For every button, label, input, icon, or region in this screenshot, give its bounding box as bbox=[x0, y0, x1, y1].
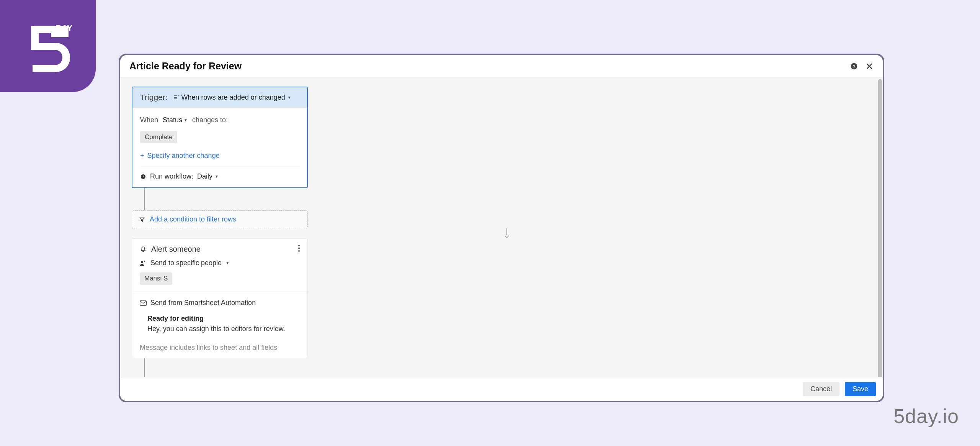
specify-change-link[interactable]: + Specify another change bbox=[140, 152, 299, 160]
workflow-modal: Article Ready for Review ? Trigger: When… bbox=[119, 54, 884, 402]
message-note: Message includes links to sheet and all … bbox=[132, 340, 307, 358]
people-icon bbox=[140, 260, 147, 266]
send-to-label: Send to specific people bbox=[150, 259, 222, 267]
workflow-flow: Trigger: When rows are added or changed … bbox=[120, 77, 883, 377]
message-preview[interactable]: Ready for editing Hey, you can assign th… bbox=[140, 315, 300, 333]
chevron-down-icon: ▼ bbox=[215, 174, 219, 179]
rows-icon bbox=[173, 94, 179, 100]
action-card[interactable]: Alert someone Send to specific people ▼ … bbox=[132, 238, 308, 358]
when-row: When Status ▼ changes to: bbox=[140, 115, 299, 126]
help-icon[interactable]: ? bbox=[850, 62, 858, 71]
connector-arrow bbox=[142, 228, 871, 238]
svg-point-9 bbox=[141, 261, 143, 263]
recipient-pill[interactable]: Mansi S bbox=[140, 272, 172, 285]
trigger-type-label: When rows are added or changed bbox=[181, 93, 285, 102]
trigger-value-pill[interactable]: Complete bbox=[140, 131, 177, 143]
modal-title[interactable]: Article Ready for Review bbox=[129, 61, 242, 72]
svg-point-7 bbox=[298, 248, 300, 249]
filter-icon bbox=[139, 216, 145, 223]
send-to-dropdown[interactable]: Send to specific people ▼ bbox=[140, 259, 300, 267]
when-field-dropdown[interactable]: Status ▼ bbox=[162, 115, 188, 126]
mail-icon bbox=[140, 300, 147, 306]
svg-text:?: ? bbox=[853, 64, 855, 69]
action-title: Alert someone bbox=[151, 245, 201, 254]
plus-icon: + bbox=[140, 152, 144, 160]
changes-to-label: changes to: bbox=[192, 116, 228, 124]
when-label: When bbox=[140, 116, 158, 124]
close-icon[interactable] bbox=[865, 62, 874, 71]
frequency-value: Daily bbox=[197, 172, 212, 180]
svg-point-6 bbox=[298, 245, 300, 246]
chevron-down-icon: ▼ bbox=[184, 118, 188, 122]
bell-icon bbox=[140, 246, 147, 253]
chevron-down-icon: ▼ bbox=[287, 95, 291, 100]
run-workflow-label: Run workflow: bbox=[150, 172, 193, 180]
svg-point-8 bbox=[298, 250, 300, 252]
modal-header: Article Ready for Review ? bbox=[120, 55, 883, 77]
connector-line bbox=[144, 188, 145, 210]
send-from-label: Send from Smartsheet Automation bbox=[150, 299, 256, 307]
cancel-button[interactable]: Cancel bbox=[803, 382, 840, 396]
filter-card[interactable]: Add a condition to filter rows bbox=[132, 210, 308, 228]
frequency-dropdown[interactable]: Daily ▼ bbox=[197, 172, 219, 180]
specify-change-label: Specify another change bbox=[147, 152, 220, 160]
connector-line bbox=[144, 358, 145, 377]
scrollbar-vertical[interactable] bbox=[878, 79, 882, 377]
svg-point-4 bbox=[178, 95, 179, 97]
modal-footer: Cancel Save bbox=[120, 377, 883, 401]
svg-rect-1 bbox=[51, 33, 69, 37]
add-condition-link[interactable]: Add a condition to filter rows bbox=[150, 215, 236, 223]
logo-badge: DAY bbox=[0, 0, 96, 92]
clock-icon bbox=[140, 174, 146, 180]
trigger-type-dropdown[interactable]: When rows are added or changed ▼ bbox=[173, 93, 291, 102]
more-vertical-icon[interactable] bbox=[298, 245, 300, 254]
send-from-row[interactable]: Send from Smartsheet Automation bbox=[140, 299, 300, 307]
run-workflow-row: Run workflow: Daily ▼ bbox=[140, 172, 299, 180]
trigger-label: Trigger: bbox=[140, 93, 168, 102]
trigger-card[interactable]: Trigger: When rows are added or changed … bbox=[132, 87, 308, 188]
trigger-header: Trigger: When rows are added or changed … bbox=[132, 87, 307, 108]
chevron-down-icon: ▼ bbox=[225, 261, 229, 265]
message-body: Hey, you can assign this to editors for … bbox=[147, 325, 300, 333]
modal-body: Trigger: When rows are added or changed … bbox=[120, 77, 883, 377]
5day-logo-icon: DAY bbox=[21, 19, 75, 73]
message-title: Ready for editing bbox=[147, 315, 300, 323]
save-button[interactable]: Save bbox=[845, 382, 876, 396]
when-field-value: Status bbox=[163, 116, 182, 124]
footer-url: 5day.io bbox=[893, 405, 959, 428]
